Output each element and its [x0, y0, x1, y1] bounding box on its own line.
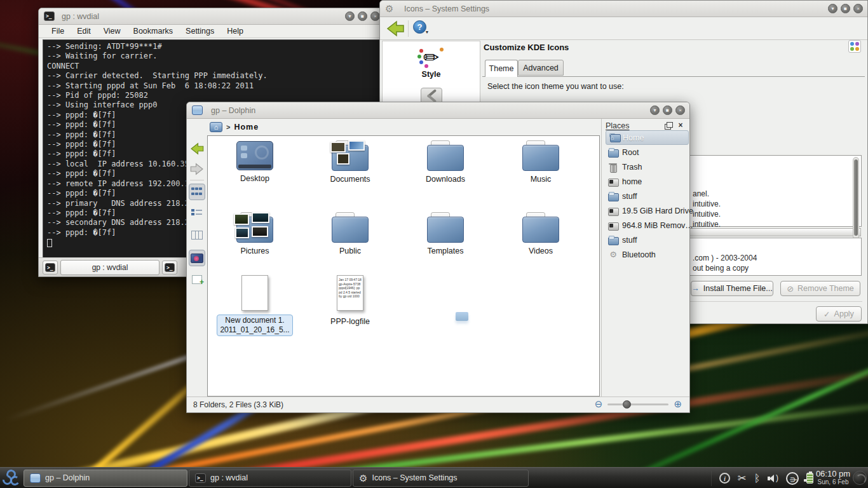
klipper-scissors-icon[interactable]: ✂: [738, 472, 746, 484]
zoom-slider[interactable]: [607, 403, 668, 405]
places-label: stuff: [622, 236, 637, 245]
folder-item-videos[interactable]: Videos: [493, 212, 588, 255]
system-settings-titlebar[interactable]: ⚙ Icons – System Settings ▾ ■ ×: [380, 1, 867, 17]
places-label: Home: [623, 133, 644, 142]
folder-item-templates[interactable]: Templates: [398, 212, 493, 255]
folder-item-music[interactable]: Music: [493, 140, 588, 184]
zoom-in-icon[interactable]: ⊕: [674, 398, 682, 410]
minimize-button[interactable]: ▾: [650, 105, 660, 115]
toolbar-separator: [408, 20, 409, 37]
new-tab-button[interactable]: >_: [43, 261, 58, 274]
back-button[interactable]: [385, 20, 405, 37]
battery-icon[interactable]: [806, 473, 813, 484]
blank-document-icon: [241, 275, 268, 311]
clock-widget[interactable]: 06:10 pm Sun, 6 Feb: [815, 469, 851, 485]
konsole-titlebar[interactable]: >_ gp : wvdial ▾ ■ ×: [39, 8, 384, 25]
drag-ghost-artifact: [456, 312, 468, 321]
split-view-button[interactable]: [189, 271, 205, 288]
usb-device-icon[interactable]: ψ: [786, 472, 799, 485]
minimize-button[interactable]: ▾: [828, 4, 837, 13]
menu-view[interactable]: View: [97, 25, 127, 37]
tab-advanced[interactable]: Advanced: [518, 60, 564, 76]
apply-button[interactable]: ✓ Apply: [816, 306, 862, 322]
help-button[interactable]: ?: [413, 20, 426, 34]
theme-list-row: intuitive.: [693, 200, 721, 210]
menu-settings[interactable]: Settings: [179, 25, 220, 37]
close-button[interactable]: ×: [370, 11, 380, 21]
maximize-button[interactable]: ■: [358, 11, 367, 21]
places-item-root[interactable]: Root: [606, 145, 689, 159]
volume-icon[interactable]: ): [768, 473, 778, 484]
file-item-new-document[interactable]: New document 1. 2011_01_20_16_5...: [207, 275, 302, 336]
places-item-removable[interactable]: 964.8 MiB Remov…: [606, 218, 689, 233]
preview-button[interactable]: [189, 250, 205, 266]
close-button[interactable]: ×: [675, 105, 685, 115]
detach-panel-icon[interactable]: [663, 121, 672, 130]
description-line: out being a copy: [693, 264, 757, 274]
bluetooth-icon[interactable]: ᛒ: [754, 473, 760, 484]
task-konsole[interactable]: >_ gp : wvdial: [189, 470, 351, 487]
button-label: Install Theme File...: [703, 284, 773, 293]
breadcrumb-home[interactable]: Home: [234, 123, 259, 132]
folder-item-downloads[interactable]: Downloads: [398, 140, 493, 184]
maximize-button[interactable]: ■: [663, 105, 672, 115]
text-file-icon: Jan 17 09:47:18 gp-Aspire-5738 pppd[1946…: [337, 275, 363, 311]
folder-item-pictures[interactable]: Pictures: [207, 212, 302, 255]
tab-theme[interactable]: Theme: [485, 60, 518, 77]
places-item-bluetooth[interactable]: ⚙ Bluetooth: [606, 247, 689, 262]
places-item-home-partition[interactable]: home: [606, 174, 689, 189]
folder-item-desktop[interactable]: Desktop: [207, 140, 302, 183]
folder-label: Downloads: [398, 175, 493, 184]
places-item-hard-drive[interactable]: 19.5 GiB Hard Drive: [606, 203, 689, 218]
terminal-line: --> Pid of pppd: 25082: [47, 91, 377, 100]
places-item-stuff-2[interactable]: stuff: [606, 233, 689, 247]
menu-bookmarks[interactable]: Bookmarks: [127, 25, 180, 37]
menu-edit[interactable]: Edit: [71, 25, 97, 37]
maximize-button[interactable]: ■: [841, 4, 850, 13]
menu-file[interactable]: File: [45, 25, 71, 37]
select-theme-label: Select the icon theme you want to use:: [487, 82, 624, 91]
folder-item-documents[interactable]: Documents: [302, 140, 398, 184]
zoom-out-icon[interactable]: ⊖: [595, 398, 603, 410]
folder-label: Music: [493, 175, 588, 184]
file-item-ppp-logfile[interactable]: Jan 17 09:47:18 gp-Aspire-5738 pppd[1946…: [302, 275, 398, 326]
close-button[interactable]: ×: [853, 4, 863, 13]
columns-view-button[interactable]: [189, 227, 205, 243]
terminal-line: --> Starting pppd at Sun Feb 6 18:08:22 …: [47, 81, 377, 91]
menu-help[interactable]: Help: [220, 25, 250, 37]
clock-date: Sun, 6 Feb: [815, 478, 851, 485]
panel-cashew-icon[interactable]: [853, 471, 867, 485]
toolbar-separator: [190, 180, 204, 180]
places-item-stuff[interactable]: stuff: [606, 189, 689, 203]
places-item-trash[interactable]: Trash: [606, 159, 689, 174]
theme-list-scrollbar[interactable]: [853, 157, 859, 240]
icons-view-button[interactable]: [189, 184, 205, 200]
hard-drive-icon: [608, 207, 618, 215]
task-system-settings[interactable]: ⚙ Icons – System Settings: [353, 470, 529, 487]
places-item-home[interactable]: Home: [606, 130, 689, 145]
gear-icon: ⚙: [359, 473, 367, 483]
konsole-tab[interactable]: gp : wvdial: [60, 260, 159, 275]
details-view-button[interactable]: [189, 205, 205, 222]
taskbar-panel: gp – Dolphin >_ gp : wvdial ⚙ Icons – Sy…: [0, 467, 868, 488]
app-launcher-button[interactable]: [0, 468, 23, 488]
home-folder-icon[interactable]: ⌂: [210, 122, 222, 132]
task-dolphin[interactable]: gp – Dolphin: [24, 470, 187, 487]
forward-button[interactable]: [189, 161, 205, 177]
folder-label: Templates: [398, 247, 493, 255]
minimize-button[interactable]: ▾: [345, 11, 355, 21]
notifications-icon[interactable]: i: [719, 473, 730, 484]
sidebar-item-label: Style: [383, 70, 480, 79]
folder-item-public[interactable]: Public: [302, 212, 398, 255]
dolphin-side-toolbar: [187, 135, 207, 396]
remove-theme-button[interactable]: ⊘ Remove Theme: [780, 281, 860, 296]
sidebar-item-style[interactable]: ✏ Style: [383, 41, 480, 79]
dolphin-titlebar[interactable]: gp – Dolphin ▾ ■ ×: [187, 102, 689, 119]
tab-list-button[interactable]: >_: [162, 261, 177, 274]
zoom-slider-knob[interactable]: [623, 400, 631, 409]
install-theme-button[interactable]: → Install Theme File...: [691, 281, 773, 296]
clock-time: 06:10 pm: [815, 469, 851, 478]
back-arrow-icon: [385, 20, 405, 37]
close-panel-icon[interactable]: ×: [676, 121, 685, 130]
back-button[interactable]: [189, 140, 205, 157]
